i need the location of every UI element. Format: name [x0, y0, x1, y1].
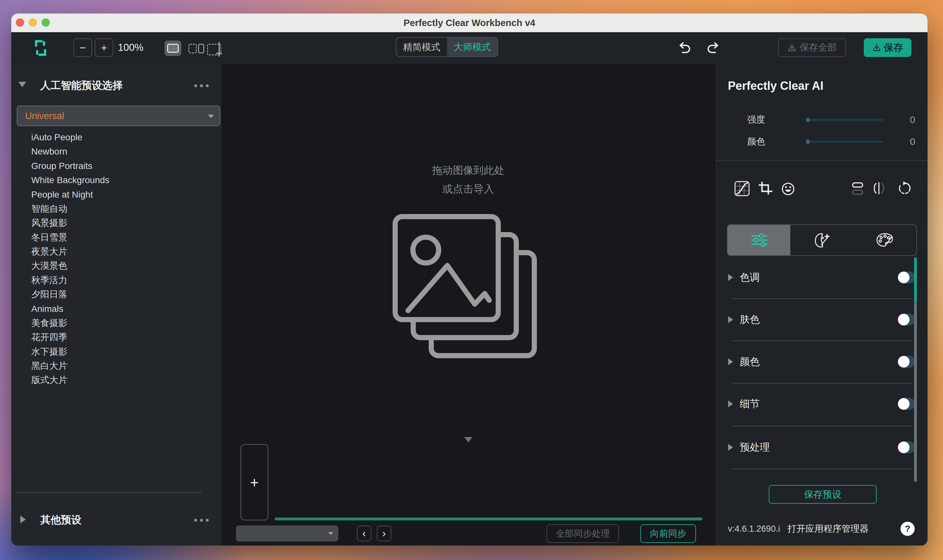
preset-item[interactable]: 夜景大片 — [31, 245, 67, 258]
other-presets-menu-button[interactable] — [194, 519, 209, 522]
strength-slider[interactable] — [806, 119, 883, 121]
flip-horizontal-button[interactable] — [872, 182, 886, 195]
single-view-button[interactable] — [165, 40, 181, 56]
zoom-out-button[interactable]: − — [74, 38, 92, 57]
tab-face-retouch[interactable] — [790, 225, 853, 255]
preset-item[interactable]: 秋季活力 — [31, 274, 67, 287]
tab-basic-adjustments[interactable] — [727, 225, 790, 255]
drop-hint-text: 拖动图像到此处 或点击导入 — [222, 161, 714, 198]
preset-item[interactable]: iAuto People — [31, 131, 82, 144]
preset-item[interactable]: 水下摄影 — [31, 345, 67, 358]
detail-toggle[interactable] — [898, 398, 915, 410]
main-toolbar: − + 100% 精简模式 大师模式 保存全部 — [11, 32, 928, 65]
color-slider[interactable] — [806, 141, 883, 143]
zoom-in-button[interactable]: + — [95, 38, 113, 57]
preset-item[interactable]: Newborn — [31, 145, 67, 158]
panel-scrollbar-thumb[interactable] — [914, 303, 917, 482]
save-preset-button[interactable]: 保存预设 — [769, 485, 877, 504]
tone-toggle[interactable] — [898, 271, 915, 283]
section-label: 肤色 — [740, 312, 760, 327]
expand-triangle-icon[interactable] — [728, 316, 733, 323]
download-icon — [787, 43, 797, 52]
filmstrip-sort-dropdown[interactable] — [236, 526, 338, 542]
split-view-icon — [188, 44, 197, 54]
tab-color-palette[interactable] — [854, 225, 916, 255]
section-label: 颜色 — [740, 354, 760, 369]
zoom-level-label: 100% — [118, 38, 143, 57]
preset-group-dropdown[interactable]: Universal — [17, 106, 220, 126]
skin-toggle[interactable] — [898, 314, 915, 326]
sync-forward-button[interactable]: 向前同步 — [640, 524, 696, 543]
sync-all-button[interactable]: 全部同步处理 — [547, 524, 619, 543]
preset-item[interactable]: 版式大片 — [31, 374, 67, 386]
mode-master-tab[interactable]: 大师模式 — [447, 38, 498, 56]
help-button[interactable]: ? — [900, 522, 915, 536]
preset-item[interactable]: 黑白大片 — [31, 360, 67, 372]
image-stack-icon — [393, 214, 544, 369]
titlebar: Perfectly Clear Workbench v4 — [11, 14, 928, 32]
face-smiley-button[interactable] — [781, 182, 795, 196]
mode-simple-tab[interactable]: 精简模式 — [396, 38, 447, 56]
preset-item[interactable]: 风景摄影 — [31, 217, 67, 229]
section-divider — [732, 340, 912, 341]
filmstrip-scrollbar[interactable] — [275, 517, 703, 520]
save-all-button[interactable]: 保存全部 — [778, 38, 846, 57]
undo-button[interactable] — [677, 41, 692, 55]
preset-item[interactable]: 智能自动 — [31, 202, 67, 215]
preset-item[interactable]: 花开四季 — [31, 331, 67, 344]
preset-item[interactable]: 大漠景色 — [31, 259, 67, 272]
add-image-button[interactable]: + — [240, 444, 268, 520]
preset-item[interactable]: 夕阳日落 — [31, 288, 67, 301]
preset-item[interactable]: 冬日雪景 — [31, 231, 67, 244]
window-title: Perfectly Clear Workbench v4 — [11, 14, 928, 32]
rotate-button[interactable] — [898, 182, 911, 195]
split-view-button[interactable] — [188, 44, 205, 54]
preset-item[interactable]: People at Night — [31, 188, 93, 201]
expand-triangle-icon[interactable] — [20, 515, 26, 523]
section-divider — [732, 469, 912, 469]
section-label: 预处理 — [740, 440, 770, 455]
preprocess-toggle[interactable] — [898, 441, 915, 454]
expand-triangle-icon[interactable] — [728, 400, 733, 408]
section-preprocess: 预处理 — [715, 440, 928, 455]
preset-item[interactable]: 美食摄影 — [31, 317, 67, 329]
presets-menu-button[interactable] — [194, 84, 209, 87]
open-app-manager-link[interactable]: 打开应用程序管理器 — [787, 521, 869, 537]
preset-item[interactable]: Group Portraits — [31, 160, 92, 172]
preset-group-value: Universal — [25, 106, 64, 126]
section-color: 颜色 — [715, 354, 928, 369]
slider-handle[interactable] — [806, 140, 810, 144]
expand-triangle-icon[interactable] — [728, 358, 733, 365]
flip-vertical-button[interactable] — [852, 182, 863, 195]
image-drop-zone[interactable]: 拖动图像到此处 或点击导入 + ‹ › 全部同步处理 向前同步 — [222, 65, 714, 546]
color-toggle[interactable] — [898, 355, 915, 368]
previous-image-button[interactable]: ‹ — [357, 526, 371, 542]
palette-icon — [876, 232, 894, 248]
other-presets-title: 其他预设 — [40, 512, 82, 528]
preset-item[interactable]: White Backgrounds — [31, 174, 109, 187]
app-window: Perfectly Clear Workbench v4 − + 100% 精简… — [11, 14, 928, 546]
chevron-down-icon — [208, 115, 214, 118]
expand-triangle-icon[interactable] — [728, 274, 733, 281]
panel-scrollbar-accent[interactable] — [914, 257, 917, 303]
next-image-button[interactable]: › — [377, 526, 391, 542]
filmstrip-collapse-triangle[interactable] — [464, 437, 473, 442]
collapse-triangle-icon[interactable] — [18, 82, 26, 87]
redo-button[interactable] — [706, 41, 720, 55]
face-retouch-icon — [813, 231, 831, 249]
strength-value: 0 — [910, 112, 915, 128]
curves-button[interactable] — [734, 181, 750, 196]
download-icon — [872, 43, 881, 52]
slider-handle[interactable] — [806, 118, 810, 122]
presets-sidebar: 人工智能预设选择 Universal iAuto People Newborn … — [11, 65, 222, 546]
preset-item[interactable]: Animals — [31, 303, 63, 315]
save-button[interactable]: 保存 — [864, 38, 911, 57]
section-tone: 色调 — [715, 270, 928, 285]
expand-triangle-icon[interactable] — [728, 444, 733, 451]
adjustments-panel: Perfectly Clear AI 强度 0 颜色 0 — [714, 65, 928, 546]
compare-view-button[interactable] — [207, 42, 224, 55]
app-logo-icon — [34, 40, 47, 56]
drop-hint-line1: 拖动图像到此处 — [222, 161, 714, 180]
crop-button[interactable] — [758, 182, 773, 196]
drop-hint-line2: 或点击导入 — [222, 180, 714, 198]
